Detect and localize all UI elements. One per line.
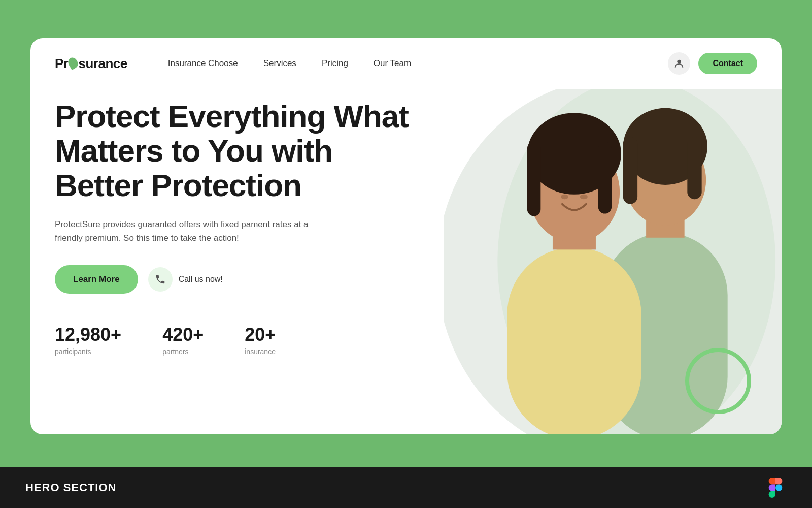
stats-row: 12,980+ participants 420+ partners 20+ i… bbox=[55, 324, 419, 356]
stat-partners: 420+ partners bbox=[142, 324, 224, 356]
stat-insurance: 20+ insurance bbox=[224, 324, 296, 356]
svg-point-16 bbox=[775, 484, 782, 491]
stat-partners-number: 420+ bbox=[162, 324, 204, 345]
nav-insurance-choose[interactable]: Insurance Choose bbox=[168, 58, 238, 69]
call-label: Call us now! bbox=[179, 275, 223, 284]
hero-title: Protect Everything What Matters to You w… bbox=[55, 99, 419, 203]
nav-pricing[interactable]: Pricing bbox=[322, 58, 348, 69]
hero-left: Protect Everything What Matters to You w… bbox=[30, 89, 444, 434]
svg-rect-7 bbox=[687, 137, 701, 199]
svg-rect-8 bbox=[507, 247, 641, 434]
phone-icon-button[interactable] bbox=[148, 267, 173, 292]
stat-insurance-label: insurance bbox=[245, 347, 276, 356]
stat-participants-label: participants bbox=[55, 347, 121, 356]
svg-point-15 bbox=[580, 195, 588, 199]
figma-logo-icon bbox=[765, 478, 786, 498]
green-circle-decoration bbox=[685, 348, 751, 414]
hero-body: Protect Everything What Matters to You w… bbox=[30, 89, 782, 434]
svg-rect-6 bbox=[623, 137, 637, 204]
outer-wrapper: Prsurance Insurance Choose Services Pric… bbox=[0, 0, 812, 467]
hero-buttons: Learn More Call us now! bbox=[55, 265, 419, 294]
nav-our-team[interactable]: Our Team bbox=[374, 58, 411, 69]
svg-point-0 bbox=[678, 60, 681, 64]
stat-participants: 12,980+ participants bbox=[55, 324, 142, 356]
stat-participants-number: 12,980+ bbox=[55, 324, 121, 345]
user-icon bbox=[673, 58, 685, 69]
nav-actions: Contact bbox=[668, 52, 757, 75]
call-button-wrapper[interactable]: Call us now! bbox=[148, 267, 223, 292]
bottom-bar: HERO SECTION bbox=[0, 467, 812, 508]
phone-icon bbox=[155, 274, 166, 285]
hero-subtitle: ProtectSure provides guaranted offers wi… bbox=[55, 217, 309, 245]
contact-button[interactable]: Contact bbox=[698, 53, 757, 74]
logo-text-1: Pr bbox=[55, 56, 68, 72]
main-card: Prsurance Insurance Choose Services Pric… bbox=[30, 38, 782, 434]
stat-insurance-number: 20+ bbox=[245, 324, 276, 345]
stat-partners-label: partners bbox=[162, 347, 204, 356]
learn-more-button[interactable]: Learn More bbox=[55, 265, 138, 294]
bottom-bar-title: HERO SECTION bbox=[25, 481, 116, 494]
nav-services[interactable]: Services bbox=[263, 58, 296, 69]
logo: Prsurance bbox=[55, 56, 127, 72]
svg-rect-12 bbox=[527, 142, 540, 216]
svg-point-14 bbox=[561, 195, 568, 199]
hero-right bbox=[444, 89, 782, 434]
figma-icon bbox=[764, 477, 787, 499]
nav-links: Insurance Choose Services Pricing Our Te… bbox=[168, 58, 668, 69]
navbar: Prsurance Insurance Choose Services Pric… bbox=[30, 38, 782, 89]
svg-rect-13 bbox=[598, 142, 612, 214]
user-icon-button[interactable] bbox=[668, 52, 690, 75]
logo-text-2: surance bbox=[78, 56, 127, 72]
